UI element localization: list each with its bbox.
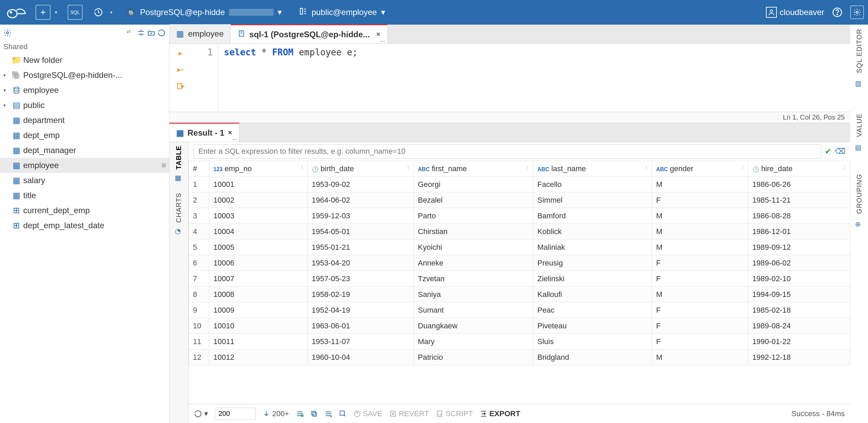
link-icon[interactable]: ⇄: [127, 29, 135, 37]
panel-sql-editor[interactable]: SQL EDITOR: [855, 29, 863, 73]
run-new-icon[interactable]: ▶+: [176, 65, 185, 74]
table-row[interactable]: 6100061953-04-20AnnekePreusigF1989-06-02: [189, 255, 850, 271]
cell-rownum[interactable]: 10: [189, 318, 209, 334]
cell-last-name[interactable]: Facello: [533, 177, 652, 192]
cell-first-name[interactable]: Mary: [414, 334, 533, 350]
cell-emp-no[interactable]: 10010: [209, 318, 308, 334]
tab-employee[interactable]: ▦ employee: [169, 24, 231, 43]
cell-rownum[interactable]: 11: [189, 334, 209, 350]
cell-last-name[interactable]: Sluis: [533, 334, 652, 350]
chevron-down-icon[interactable]: ▾: [3, 68, 10, 83]
cell-hire-date[interactable]: 1989-08-24: [748, 318, 850, 334]
cell-birth-date[interactable]: 1958-02-19: [307, 287, 414, 302]
cell-last-name[interactable]: Kalloufi: [533, 287, 652, 302]
cell-first-name[interactable]: Bezalel: [414, 192, 533, 208]
cell-gender[interactable]: M: [652, 350, 748, 365]
cell-gender[interactable]: M: [652, 177, 748, 192]
add-row-button[interactable]: [296, 410, 304, 418]
cell-emp-no[interactable]: 10007: [209, 271, 308, 287]
cell-rownum[interactable]: 6: [189, 255, 209, 271]
value-panel-icon[interactable]: ▤: [855, 143, 863, 151]
user-menu[interactable]: cloudbeaver: [766, 7, 824, 18]
cell-first-name[interactable]: Saniya: [414, 287, 533, 302]
table-row[interactable]: 11100111953-11-07MarySluisF1990-01-22: [189, 334, 850, 350]
col-rownum[interactable]: #: [189, 161, 209, 177]
cell-gender[interactable]: F: [652, 271, 748, 287]
row-limit-input[interactable]: [215, 408, 256, 420]
clear-filter-icon[interactable]: ⌫: [835, 147, 845, 156]
cell-emp-no[interactable]: 10012: [209, 350, 308, 365]
sort-icon[interactable]: ↕: [407, 164, 409, 170]
cell-birth-date[interactable]: 1960-10-04: [307, 350, 414, 365]
cell-last-name[interactable]: Simmel: [533, 192, 652, 208]
sort-icon[interactable]: ↕: [645, 164, 647, 170]
cell-emp-no[interactable]: 10008: [209, 287, 308, 302]
new-connection-dropdown[interactable]: ▾: [53, 10, 59, 15]
cell-emp-no[interactable]: 10001: [209, 177, 308, 192]
history-dropdown[interactable]: ▾: [108, 10, 115, 15]
cell-hire-date[interactable]: 1989-02-10: [748, 271, 850, 287]
cell-emp-no[interactable]: 10002: [209, 192, 308, 208]
cell-first-name[interactable]: Tzvetan: [414, 271, 533, 287]
cell-first-name[interactable]: Parto: [414, 208, 533, 224]
side-tab-charts[interactable]: CHARTS: [175, 193, 183, 223]
cell-first-name[interactable]: Duangkaew: [414, 318, 533, 334]
grid-icon[interactable]: ▦: [175, 174, 183, 182]
cell-rownum[interactable]: 12: [189, 350, 209, 365]
cell-gender[interactable]: F: [652, 318, 748, 334]
table-row[interactable]: 9100091952-04-19SumantPeacF1985-02-18: [189, 302, 850, 318]
nav-database[interactable]: ▾ employee: [0, 83, 169, 98]
nav-table-employee[interactable]: ▦employee≡: [0, 158, 169, 173]
panel-value[interactable]: VALUE: [855, 113, 863, 137]
cell-rownum[interactable]: 7: [189, 271, 209, 287]
connection-selector[interactable]: 🐘 PostgreSQL@ep-hidde ▾: [123, 5, 285, 20]
col-gender[interactable]: ABCgender↕: [652, 161, 748, 177]
revert-button[interactable]: REVERT: [389, 409, 429, 418]
folder-plus-icon[interactable]: [147, 29, 155, 37]
tab-menu-icon[interactable]: …: [232, 136, 237, 141]
cell-emp-no[interactable]: 10006: [209, 255, 308, 271]
close-icon[interactable]: ✕: [376, 31, 380, 38]
cell-birth-date[interactable]: 1952-04-19: [307, 302, 414, 318]
tab-sql[interactable]: sql-1 (PostgreSQL@ep-hidde... ✕ …: [231, 24, 388, 43]
cell-last-name[interactable]: Preusig: [533, 255, 652, 271]
nav-table-dept-manager[interactable]: ▦dept_manager: [0, 143, 169, 158]
col-hire-date[interactable]: 🕒hire_date↕: [748, 161, 850, 177]
help-button[interactable]: [830, 5, 844, 19]
cell-last-name[interactable]: Bridgland: [533, 350, 652, 365]
save-button[interactable]: SAVE: [353, 409, 382, 418]
table-row[interactable]: 4100041954-05-01ChirstianKoblickM1986-12…: [189, 224, 850, 240]
cell-rownum[interactable]: 3: [189, 208, 209, 224]
nav-view-current-dept-emp[interactable]: ⊞current_dept_emp: [0, 203, 169, 218]
grouping-panel-icon[interactable]: ⊕: [855, 220, 863, 228]
cell-birth-date[interactable]: 1954-05-01: [307, 224, 414, 240]
sql-panel-icon[interactable]: ▥: [855, 79, 863, 87]
cell-hire-date[interactable]: 1985-11-21: [748, 192, 850, 208]
delete-row-button[interactable]: [325, 410, 332, 418]
cell-gender[interactable]: F: [652, 302, 748, 318]
cell-hire-date[interactable]: 1986-12-01: [748, 224, 850, 240]
cell-hire-date[interactable]: 1985-02-18: [748, 302, 850, 318]
apply-filter-icon[interactable]: ✔: [825, 147, 831, 156]
history-button[interactable]: [91, 5, 106, 20]
cell-birth-date[interactable]: 1964-06-02: [307, 192, 414, 208]
export-button[interactable]: EXPORT: [480, 409, 520, 418]
cell-hire-date[interactable]: 1989-06-02: [748, 255, 850, 271]
sort-icon[interactable]: ↕: [301, 164, 303, 170]
cell-last-name[interactable]: Maliniak: [533, 240, 652, 255]
nav-table-title[interactable]: ▦title: [0, 188, 169, 203]
nav-table-salary[interactable]: ▦salary: [0, 173, 169, 188]
cell-emp-no[interactable]: 10003: [209, 208, 308, 224]
table-row[interactable]: 12100121960-10-04PatricioBridglandM1992-…: [189, 350, 850, 365]
cell-last-name[interactable]: Zielinski: [533, 271, 652, 287]
collapse-icon[interactable]: [137, 29, 145, 37]
cell-emp-no[interactable]: 10005: [209, 240, 308, 255]
cell-birth-date[interactable]: 1963-06-01: [307, 318, 414, 334]
sql-editor-button[interactable]: SQL: [68, 5, 83, 20]
drag-handle-icon[interactable]: ≡: [162, 158, 166, 173]
cell-rownum[interactable]: 5: [189, 240, 209, 255]
table-row[interactable]: 1100011953-09-02GeorgiFacelloM1986-06-26: [189, 177, 850, 192]
run-script-icon[interactable]: [176, 81, 185, 91]
nav-view-dept-emp-latest-date[interactable]: ⊞dept_emp_latest_date: [0, 218, 169, 233]
sql-code[interactable]: select * FROM employee e;: [219, 44, 850, 112]
